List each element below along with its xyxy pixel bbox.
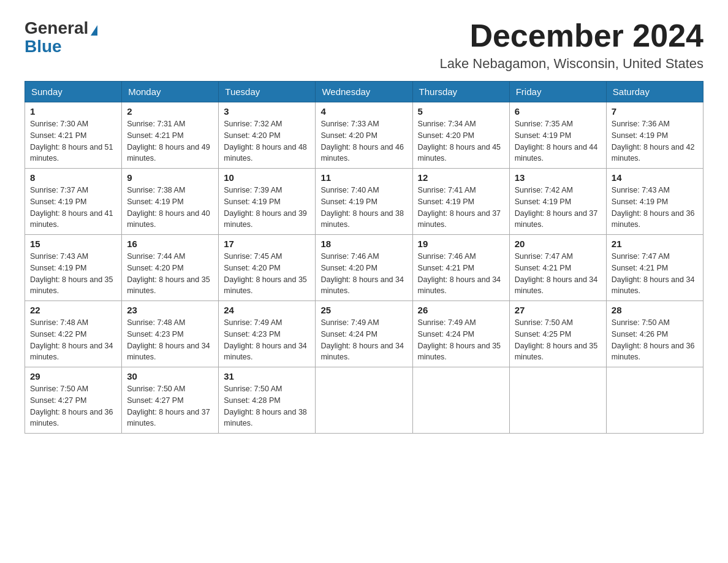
weekday-header-sunday: Sunday (25, 82, 122, 102)
day-info: Sunrise: 7:48 AMSunset: 4:23 PMDaylight:… (127, 318, 210, 361)
day-info: Sunrise: 7:50 AMSunset: 4:25 PMDaylight:… (515, 318, 598, 361)
location-subtitle: Lake Nebagamon, Wisconsin, United States (440, 56, 703, 72)
calendar-day-cell: 1Sunrise: 7:30 AMSunset: 4:21 PMDaylight… (25, 102, 122, 169)
day-info: Sunrise: 7:36 AMSunset: 4:19 PMDaylight:… (612, 120, 695, 163)
page-header: General Blue December 2024 Lake Nebagamo… (25, 18, 703, 72)
calendar-day-cell: 7Sunrise: 7:36 AMSunset: 4:19 PMDaylight… (606, 102, 703, 169)
calendar-day-cell: 20Sunrise: 7:47 AMSunset: 4:21 PMDayligh… (509, 235, 606, 301)
day-info: Sunrise: 7:44 AMSunset: 4:20 PMDaylight:… (127, 252, 210, 295)
day-info: Sunrise: 7:41 AMSunset: 4:19 PMDaylight:… (418, 186, 501, 229)
calendar-week-row: 1Sunrise: 7:30 AMSunset: 4:21 PMDaylight… (25, 102, 703, 169)
weekday-header-saturday: Saturday (606, 82, 703, 102)
calendar-day-cell: 9Sunrise: 7:38 AMSunset: 4:19 PMDaylight… (122, 169, 219, 235)
calendar-day-cell: 8Sunrise: 7:37 AMSunset: 4:19 PMDaylight… (25, 169, 122, 235)
day-info: Sunrise: 7:43 AMSunset: 4:19 PMDaylight:… (612, 186, 695, 229)
day-info: Sunrise: 7:47 AMSunset: 4:21 PMDaylight:… (612, 252, 695, 295)
day-number: 5 (418, 106, 504, 117)
day-info: Sunrise: 7:33 AMSunset: 4:20 PMDaylight:… (320, 120, 404, 163)
day-number: 29 (30, 371, 116, 381)
day-info: Sunrise: 7:49 AMSunset: 4:23 PMDaylight:… (224, 318, 307, 361)
day-number: 22 (30, 305, 116, 315)
calendar-day-cell: 14Sunrise: 7:43 AMSunset: 4:19 PMDayligh… (606, 169, 703, 235)
day-number: 17 (224, 239, 310, 249)
day-number: 13 (515, 172, 601, 183)
calendar-day-cell (606, 367, 703, 434)
day-number: 15 (30, 239, 116, 249)
day-number: 12 (418, 172, 504, 183)
calendar-day-cell: 22Sunrise: 7:48 AMSunset: 4:22 PMDayligh… (25, 301, 122, 367)
day-info: Sunrise: 7:50 AMSunset: 4:27 PMDaylight:… (30, 385, 113, 427)
weekday-header-wednesday: Wednesday (316, 82, 412, 102)
calendar-day-cell: 6Sunrise: 7:35 AMSunset: 4:19 PMDaylight… (509, 102, 606, 169)
title-section: December 2024 Lake Nebagamon, Wisconsin,… (440, 18, 703, 72)
calendar-day-cell: 11Sunrise: 7:40 AMSunset: 4:19 PMDayligh… (316, 169, 412, 235)
day-number: 11 (320, 172, 407, 183)
weekday-header-monday: Monday (122, 82, 219, 102)
calendar-day-cell: 29Sunrise: 7:50 AMSunset: 4:27 PMDayligh… (25, 367, 122, 434)
calendar-day-cell: 30Sunrise: 7:50 AMSunset: 4:27 PMDayligh… (122, 367, 219, 434)
calendar-day-cell (509, 367, 606, 434)
day-info: Sunrise: 7:49 AMSunset: 4:24 PMDaylight:… (418, 318, 501, 361)
day-info: Sunrise: 7:48 AMSunset: 4:22 PMDaylight:… (30, 318, 113, 361)
day-number: 2 (127, 106, 213, 117)
day-info: Sunrise: 7:34 AMSunset: 4:20 PMDaylight:… (418, 120, 501, 163)
weekday-header-friday: Friday (509, 82, 606, 102)
day-info: Sunrise: 7:35 AMSunset: 4:19 PMDaylight:… (515, 120, 598, 163)
day-info: Sunrise: 7:37 AMSunset: 4:19 PMDaylight:… (30, 186, 113, 229)
weekday-header-row: SundayMondayTuesdayWednesdayThursdayFrid… (25, 82, 703, 102)
day-info: Sunrise: 7:42 AMSunset: 4:19 PMDaylight:… (515, 186, 598, 229)
logo-triangle-icon (91, 25, 97, 36)
day-info: Sunrise: 7:43 AMSunset: 4:19 PMDaylight:… (30, 252, 113, 295)
logo-blue: Blue (25, 37, 62, 56)
calendar-table: SundayMondayTuesdayWednesdayThursdayFrid… (25, 81, 703, 434)
day-number: 1 (30, 106, 116, 117)
calendar-day-cell: 4Sunrise: 7:33 AMSunset: 4:20 PMDaylight… (316, 102, 412, 169)
calendar-day-cell: 19Sunrise: 7:46 AMSunset: 4:21 PMDayligh… (412, 235, 509, 301)
calendar-day-cell: 16Sunrise: 7:44 AMSunset: 4:20 PMDayligh… (122, 235, 219, 301)
day-info: Sunrise: 7:38 AMSunset: 4:19 PMDaylight:… (127, 186, 210, 229)
day-info: Sunrise: 7:39 AMSunset: 4:19 PMDaylight:… (224, 186, 307, 229)
logo-text: General Blue (25, 18, 97, 56)
day-info: Sunrise: 7:50 AMSunset: 4:26 PMDaylight:… (612, 318, 695, 361)
calendar-day-cell: 10Sunrise: 7:39 AMSunset: 4:19 PMDayligh… (219, 169, 316, 235)
day-info: Sunrise: 7:50 AMSunset: 4:27 PMDaylight:… (127, 385, 210, 427)
day-number: 24 (224, 305, 310, 315)
weekday-header-tuesday: Tuesday (219, 82, 316, 102)
day-number: 3 (224, 106, 310, 117)
day-number: 4 (320, 106, 407, 117)
month-year-title: December 2024 (440, 18, 703, 53)
calendar-day-cell: 15Sunrise: 7:43 AMSunset: 4:19 PMDayligh… (25, 235, 122, 301)
calendar-day-cell: 27Sunrise: 7:50 AMSunset: 4:25 PMDayligh… (509, 301, 606, 367)
weekday-header-thursday: Thursday (412, 82, 509, 102)
day-info: Sunrise: 7:49 AMSunset: 4:24 PMDaylight:… (320, 318, 404, 361)
day-number: 10 (224, 172, 310, 183)
calendar-day-cell: 13Sunrise: 7:42 AMSunset: 4:19 PMDayligh… (509, 169, 606, 235)
calendar-day-cell: 3Sunrise: 7:32 AMSunset: 4:20 PMDaylight… (219, 102, 316, 169)
calendar-day-cell: 31Sunrise: 7:50 AMSunset: 4:28 PMDayligh… (219, 367, 316, 434)
day-info: Sunrise: 7:50 AMSunset: 4:28 PMDaylight:… (224, 385, 307, 427)
day-info: Sunrise: 7:31 AMSunset: 4:21 PMDaylight:… (127, 120, 210, 163)
day-info: Sunrise: 7:46 AMSunset: 4:21 PMDaylight:… (418, 252, 501, 295)
day-number: 16 (127, 239, 213, 249)
day-info: Sunrise: 7:40 AMSunset: 4:19 PMDaylight:… (320, 186, 404, 229)
day-number: 30 (127, 371, 213, 381)
calendar-day-cell: 12Sunrise: 7:41 AMSunset: 4:19 PMDayligh… (412, 169, 509, 235)
day-number: 21 (612, 239, 698, 249)
calendar-week-row: 29Sunrise: 7:50 AMSunset: 4:27 PMDayligh… (25, 367, 703, 434)
day-number: 20 (515, 239, 601, 249)
calendar-day-cell (412, 367, 509, 434)
calendar-day-cell: 17Sunrise: 7:45 AMSunset: 4:20 PMDayligh… (219, 235, 316, 301)
calendar-day-cell (316, 367, 412, 434)
calendar-week-row: 22Sunrise: 7:48 AMSunset: 4:22 PMDayligh… (25, 301, 703, 367)
calendar-day-cell: 25Sunrise: 7:49 AMSunset: 4:24 PMDayligh… (316, 301, 412, 367)
day-number: 7 (612, 106, 698, 117)
day-number: 9 (127, 172, 213, 183)
calendar-day-cell: 28Sunrise: 7:50 AMSunset: 4:26 PMDayligh… (606, 301, 703, 367)
day-number: 31 (224, 371, 310, 381)
day-info: Sunrise: 7:45 AMSunset: 4:20 PMDaylight:… (224, 252, 307, 295)
calendar-week-row: 8Sunrise: 7:37 AMSunset: 4:19 PMDaylight… (25, 169, 703, 235)
calendar-day-cell: 21Sunrise: 7:47 AMSunset: 4:21 PMDayligh… (606, 235, 703, 301)
day-number: 28 (612, 305, 698, 315)
logo: General Blue (25, 18, 97, 56)
calendar-day-cell: 2Sunrise: 7:31 AMSunset: 4:21 PMDaylight… (122, 102, 219, 169)
